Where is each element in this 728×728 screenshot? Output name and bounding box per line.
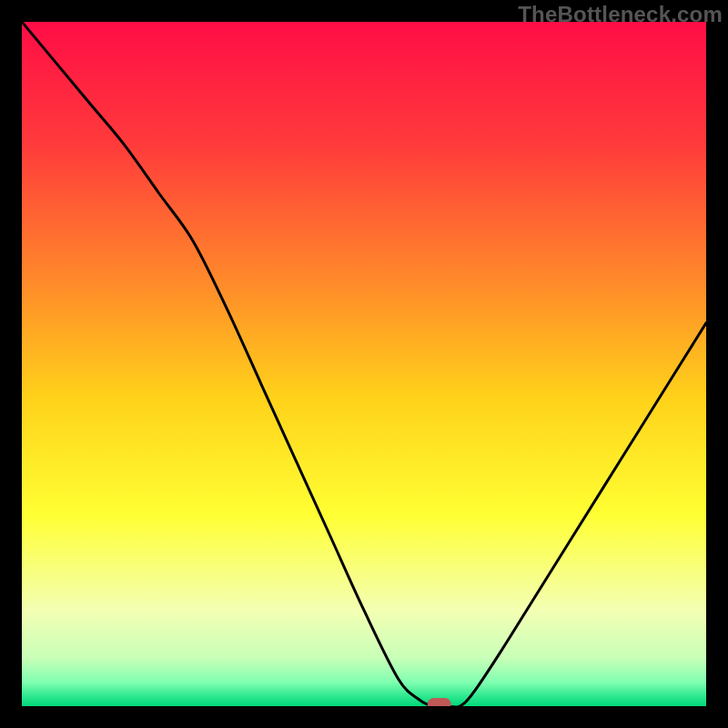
- optimal-marker: [428, 698, 451, 706]
- watermark-label: TheBottleneck.com: [518, 2, 723, 27]
- plot-area: [22, 22, 706, 706]
- chart-frame: TheBottleneck.com: [0, 0, 728, 728]
- gradient-background: [22, 22, 706, 706]
- bottleneck-chart: [22, 22, 706, 706]
